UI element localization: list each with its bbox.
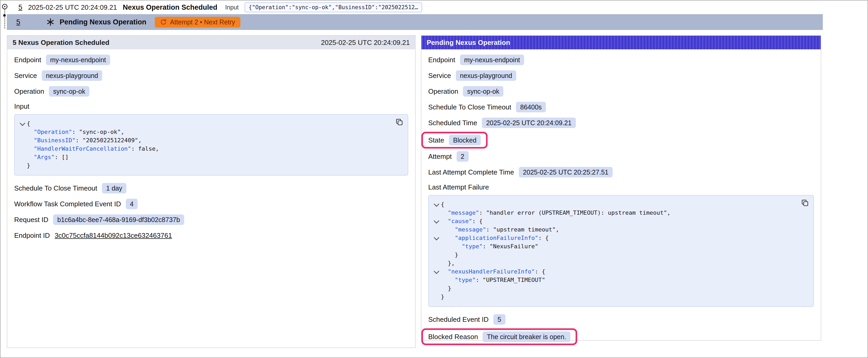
event-row-scheduled[interactable]: 5 2025-02-25 UTC 20:24:09.21 Nexus Opera…: [13, 1, 867, 14]
code-gutter: [432, 225, 441, 234]
code-line: "type": "UPSTREAM_TIMEOUT": [432, 276, 796, 284]
code-line: }: [432, 284, 796, 293]
code-text: "type": "NexusFailure": [441, 242, 538, 251]
field-value-badge: sync-op-ok: [463, 86, 503, 97]
scheduled-panel-header: 5 Nexus Operation Scheduled 2025-02-25 U…: [7, 36, 415, 50]
timeline-connector: [4, 9, 5, 28]
field-label: Scheduled Event ID: [428, 316, 489, 324]
input-section-label: Input: [14, 102, 408, 110]
field-value-badge: 5: [493, 314, 505, 325]
code-text: "Args": []: [27, 153, 68, 161]
field-label: Service: [428, 72, 451, 80]
field-value-badge: my-nexus-endpoint: [46, 55, 110, 65]
code-gutter: [18, 136, 27, 144]
field-value-badge: nexus-playground: [456, 70, 517, 81]
code-line: "BusinessID": "20250225122409",: [18, 136, 390, 144]
pending-operation-row[interactable]: 5 Pending Nexus Operation Attempt 2 • Ne…: [7, 14, 823, 30]
code-line: {: [18, 120, 390, 128]
event-id-link[interactable]: 5: [19, 3, 22, 11]
field-label: Blocked Reason: [428, 333, 478, 341]
field-row-endpoint: Endpoint my-nexus-endpoint: [428, 54, 814, 66]
code-text: "Operation": "sync-op-ok",: [27, 128, 124, 136]
field-label: Endpoint: [428, 56, 455, 64]
field-value-badge: my-nexus-endpoint: [460, 55, 524, 65]
pending-id-link[interactable]: 5: [16, 18, 20, 26]
field-row-endpoint: Endpoint my-nexus-endpoint: [14, 54, 408, 66]
event-timestamp: 2025-02-25 UTC 20:24:09.21: [28, 3, 117, 11]
field-row-schedule-to-close: Schedule To Close Timeout 1 day: [14, 183, 408, 194]
failure-json-codeblock: { "message": "handler error (UPSTREAM_TI…: [428, 195, 814, 307]
collapse-chevron-icon[interactable]: [432, 217, 441, 225]
code-line: "Args": []: [18, 153, 390, 161]
field-label: Workflow Task Completed Event ID: [14, 200, 121, 208]
code-text: }: [441, 251, 458, 259]
field-value-badge: 2: [457, 151, 469, 162]
endpoint-id-link[interactable]: 3c0c75ccfa8144b092c13ce632463761: [55, 231, 172, 240]
field-label: Service: [14, 72, 37, 80]
field-row-scheduled-event-id: Scheduled Event ID 5: [428, 314, 814, 325]
code-gutter: [18, 153, 27, 161]
code-gutter: [18, 161, 27, 170]
field-row-attempt: Attempt 2: [428, 151, 814, 162]
field-row-scheduled-time: Scheduled Time 2025-02-25 UTC 20:24:09.2…: [428, 117, 814, 129]
field-row-last-attempt-complete: Last Attempt Complete Time 2025-02-25 UT…: [428, 166, 814, 178]
field-label: Request ID: [14, 216, 48, 224]
code-line: "applicationFailureInfo": {: [432, 234, 796, 242]
field-row-service: Service nexus-playground: [14, 70, 408, 82]
code-line: "type": "NexusFailure": [432, 242, 796, 251]
code-line: "message": "upstream timeout",: [432, 225, 796, 234]
copy-icon[interactable]: [396, 118, 403, 126]
field-row-service: Service nexus-playground: [428, 70, 814, 82]
code-text: "applicationFailureInfo": {: [441, 234, 549, 242]
input-preview-chip[interactable]: {"Operation":"sync-op-ok","BusinessID":"…: [245, 2, 423, 12]
failure-section-label: Last Attempt Failure: [428, 183, 814, 191]
scheduled-panel-timestamp: 2025-02-25 UTC 20:24:09.21: [321, 39, 410, 47]
field-label: Last Attempt Complete Time: [428, 168, 514, 176]
collapse-chevron-icon[interactable]: [432, 267, 441, 276]
blocked-reason-badge: The circuit breaker is open.: [483, 331, 570, 342]
field-row-operation: Operation sync-op-ok: [14, 86, 408, 97]
code-line: }: [432, 293, 796, 301]
event-title: Nexus Operation Scheduled: [123, 3, 217, 11]
code-text: },: [441, 259, 455, 267]
code-line: "message": "handler error (UPSTREAM_TIME…: [432, 209, 796, 217]
collapse-chevron-icon[interactable]: [432, 234, 441, 242]
code-gutter: [432, 242, 441, 251]
scheduled-panel-title: 5 Nexus Operation Scheduled: [12, 39, 109, 47]
field-label: Attempt: [428, 153, 452, 161]
field-value-badge: 2025-02-25 UTC 20:24:09.21: [482, 118, 576, 128]
copy-icon[interactable]: [801, 199, 809, 206]
input-label: Input: [225, 4, 239, 11]
field-row-workflow-task-completed: Workflow Task Completed Event ID 4: [14, 198, 408, 210]
code-text: "message": "upstream timeout",: [441, 225, 559, 234]
field-value-badge: b1c6a4bc-8ee7-468a-9169-df3b02c8737b: [53, 215, 184, 225]
code-text: "HandlerWaitForCancellation": false,: [27, 144, 159, 153]
pending-title: Pending Nexus Operation: [60, 18, 146, 26]
code-line: }: [18, 161, 390, 170]
field-label: Endpoint ID: [14, 231, 50, 240]
field-label: Schedule To Close Timeout: [428, 103, 511, 111]
field-label: State: [428, 136, 444, 144]
collapse-chevron-icon[interactable]: [432, 200, 441, 209]
code-gutter: [18, 144, 27, 153]
pending-panel-title: Pending Nexus Operation: [427, 39, 510, 47]
code-text: "message": "handler error (UPSTREAM_TIME…: [441, 209, 671, 217]
pending-panel-header: Pending Nexus Operation: [422, 36, 821, 50]
code-line: "Operation": "sync-op-ok",: [18, 128, 390, 136]
code-text: "type": "UPSTREAM_TIMEOUT": [441, 276, 545, 284]
pending-asterisk-icon: [46, 18, 54, 26]
code-text: "BusinessID": "20250225122409",: [27, 136, 142, 144]
field-row-request-id: Request ID b1c6a4bc-8ee7-468a-9169-df3b0…: [14, 214, 408, 225]
code-line: "HandlerWaitForCancellation": false,: [18, 144, 390, 153]
code-text: }: [27, 161, 30, 170]
attempt-retry-badge: Attempt 2 • Next Retry: [155, 17, 240, 28]
code-text: "cause": {: [441, 217, 483, 225]
event-history-pane: 5 2025-02-25 UTC 20:24:09.21 Nexus Opera…: [0, 0, 868, 358]
state-annotation-box: State Blocked: [422, 132, 488, 149]
field-value-badge: 1 day: [102, 183, 126, 193]
code-text: }: [441, 293, 444, 301]
collapse-chevron-icon[interactable]: [18, 120, 27, 128]
code-gutter: [432, 284, 441, 293]
retry-icon: [160, 19, 167, 26]
field-label: Operation: [428, 88, 458, 96]
